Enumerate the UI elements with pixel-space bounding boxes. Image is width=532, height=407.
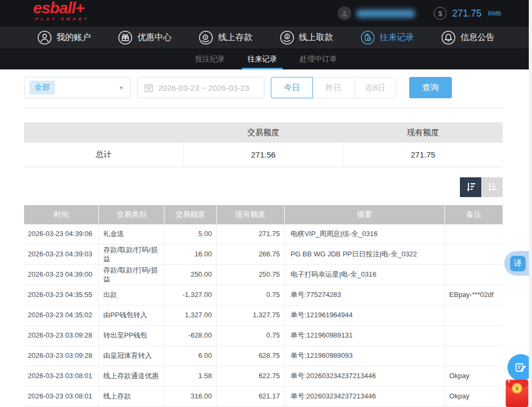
cell-type: 礼金送 — [99, 224, 165, 245]
chevron-down-icon: ▼ — [119, 85, 124, 91]
cell-remark — [445, 245, 503, 265]
nav-item-my-account[interactable]: 我的账户 — [37, 30, 91, 45]
header-amount: 交易额度 — [165, 205, 217, 224]
button-label: 今日 — [284, 83, 300, 93]
page-scrollbar[interactable] — [529, 0, 532, 407]
today-button[interactable]: 今日 — [271, 77, 313, 98]
cell-summary: 单号:121960989131 — [284, 326, 444, 346]
table-row: 2026-03-23 04:39:03存款/取款/打码/损益16.00266.7… — [24, 245, 503, 265]
cell-time: 2026-03-23 03:09:28 — [24, 346, 99, 366]
svg-text:¥: ¥ — [205, 35, 207, 39]
cell-balance: 0.75 — [216, 326, 284, 346]
cell-balance: 622.75 — [216, 366, 284, 387]
cell-time: 2026-03-23 03:09:28 — [24, 326, 99, 346]
balance-coin-icon: $ — [434, 7, 447, 20]
nav-label: 我的账户 — [57, 32, 91, 43]
summary-total-row: 总计 271.56 271.75 — [24, 143, 503, 167]
nav-label: 线上存款 — [218, 32, 252, 43]
bell-icon — [441, 30, 456, 45]
cell-remark: Okpay — [445, 387, 503, 407]
cell-balance: 628.75 — [216, 346, 284, 366]
date-range-input[interactable]: 2026-03-23 ~ 2026-03-23 — [137, 77, 264, 98]
sort-descending-icon — [465, 182, 476, 192]
table-row: 2026-03-23 03:09:28转出至PP钱包-628.000.75单号:… — [24, 326, 503, 346]
cell-balance: 0.75 — [216, 285, 284, 306]
cell-summary: PG BB WG JDB PP日日投注|电-全_0322 — [284, 245, 444, 265]
cell-amount: 1,327.00 — [165, 306, 217, 326]
cell-balance: 266.75 — [216, 245, 284, 265]
translate-button[interactable]: 译 — [504, 251, 532, 276]
cell-amount: -628.00 — [165, 326, 217, 346]
cell-remark — [445, 326, 503, 346]
nav-item-online-deposit[interactable]: ¥ 线上存款 — [199, 30, 252, 45]
transactions-table: 时间 交易类别 交易额度 现有额度 摘要 备注 2026-03-23 04:39… — [24, 205, 503, 407]
cell-summary: 单号:202603234237213446 — [284, 387, 444, 407]
button-label: 昨日 — [326, 83, 342, 93]
type-select-value: 全部 — [29, 81, 55, 95]
cell-remark — [445, 346, 503, 366]
cell-summary: 电子打码幸运星|电-全_0316 — [284, 265, 444, 285]
nav-label: 线上取款 — [299, 32, 333, 43]
cell-type: 线上存款通道优惠 — [99, 366, 165, 387]
cell-summary: 单号:121961964944 — [284, 306, 444, 326]
cell-type: 由皇冠体育转入 — [99, 346, 165, 366]
username-blurred[interactable] — [357, 10, 414, 18]
nav-label: 信息公告 — [460, 32, 495, 43]
nav-label: 优惠中心 — [137, 32, 171, 43]
edit-compose-icon — [514, 361, 527, 374]
avatar[interactable] — [338, 6, 351, 20]
header-summary: 摘要 — [284, 205, 444, 224]
cell-type: 由PP钱包转入 — [99, 306, 165, 326]
tab-label: 往来记录 — [247, 54, 277, 64]
cell-time: 2026-03-23 04:39:03 — [24, 245, 99, 265]
gift-icon — [118, 30, 132, 45]
user-silhouette-icon — [340, 9, 349, 18]
table-row: 2026-03-23 03:08:01线上存款通道优惠1.58622.75单号:… — [24, 366, 503, 387]
cell-type: 转出至PP钱包 — [99, 326, 165, 346]
cell-summary: 单号:121960989093 — [284, 346, 444, 366]
sort-ascending-button[interactable] — [481, 177, 503, 197]
red-envelope-button[interactable]: ¥ ✦ — [506, 380, 528, 407]
calendar-icon — [144, 83, 153, 92]
cell-type: 存款/取款/打码/损益 — [99, 245, 165, 265]
nav-item-promotions[interactable]: 优惠中心 — [118, 30, 171, 45]
cell-type: 存款/取款/打码/损益 — [99, 265, 165, 285]
brand-logo[interactable]: esball+ PLAY SMART — [33, 0, 89, 21]
nav-item-transaction-records[interactable]: 往来记录 — [361, 30, 414, 45]
summary-total-label: 总计 — [24, 143, 184, 167]
balance-amount[interactable]: 271.75 — [452, 8, 481, 19]
nav-item-announcements[interactable]: 信息公告 — [441, 30, 495, 45]
table-row: 2026-03-23 04:39:06礼金送5.00271.75电棋VIP_周周… — [24, 224, 503, 245]
type-select[interactable]: 全部 ▼ — [24, 77, 131, 98]
nav-item-online-withdrawal[interactable]: $ 线上取款 — [280, 30, 333, 45]
section-divider — [24, 108, 503, 108]
nav-label: 往来记录 — [380, 32, 414, 43]
cell-time: 2026-03-23 04:39:06 — [24, 224, 99, 245]
transactions-body: 2026-03-23 04:39:06礼金送5.00271.75电棋VIP_周周… — [24, 224, 503, 407]
cell-time: 2026-03-23 04:35:02 — [24, 306, 99, 326]
yesterday-button[interactable]: 昨日 — [312, 77, 355, 98]
tab-label: 投注纪录 — [195, 54, 225, 64]
tab-transaction-records[interactable]: 往来记录 — [245, 49, 279, 69]
search-button[interactable]: 查询 — [409, 77, 452, 98]
table-row: 2026-03-23 04:35:02由PP钱包转入1,327.001,327.… — [24, 306, 503, 326]
cell-time: 2026-03-23 04:35:55 — [24, 285, 99, 306]
cell-remark — [445, 265, 503, 285]
cell-amount: 1.58 — [165, 366, 217, 387]
header-remark: 备注 — [445, 205, 503, 224]
summary-header-balance: 现有额度 — [343, 122, 503, 143]
sub-nav: 投注纪录 往来记录 处理中订单 — [0, 49, 532, 69]
cell-amount: 250.00 — [165, 265, 217, 285]
cell-amount: 6.00 — [165, 346, 217, 366]
summary-header-empty — [24, 122, 184, 143]
tab-bet-records[interactable]: 投注纪录 — [193, 49, 227, 69]
cell-balance: 621.17 — [216, 387, 284, 407]
table-header-row: 时间 交易类别 交易额度 现有额度 摘要 备注 — [24, 205, 503, 224]
deposit-icon: ¥ — [199, 30, 213, 45]
records-icon — [361, 30, 375, 45]
header-type: 交易类别 — [99, 205, 165, 224]
tab-pending-orders[interactable]: 处理中订单 — [298, 49, 339, 69]
last-8-days-button[interactable]: 近8日 — [354, 77, 396, 98]
sort-descending-button[interactable] — [460, 177, 481, 197]
cell-time: 2026-03-23 04:39:00 — [24, 265, 99, 285]
